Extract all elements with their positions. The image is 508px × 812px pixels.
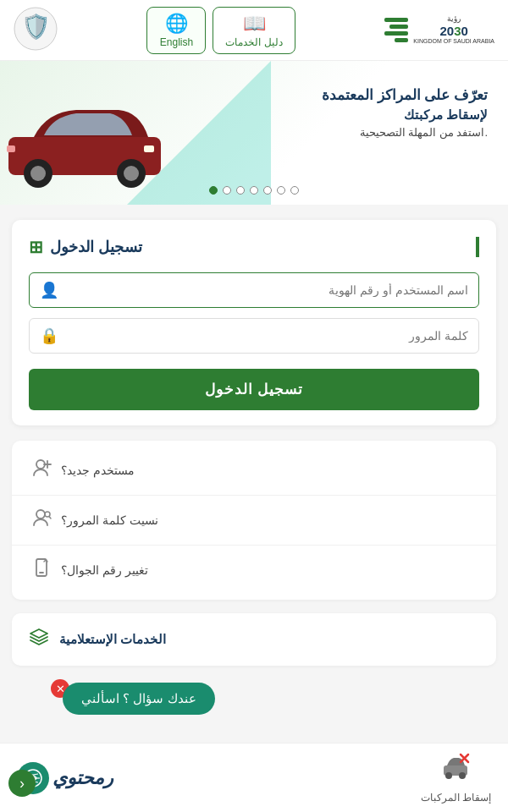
banner-car <box>0 95 169 188</box>
svg-rect-7 <box>144 145 154 152</box>
services-button[interactable]: 📖 دليل الخدمات <box>213 7 295 54</box>
login-title: تسجيل الدخول ⊞ <box>29 237 479 257</box>
saudi-emblem: 🛡️ <box>14 7 58 54</box>
svg-rect-14 <box>36 559 47 576</box>
svg-rect-8 <box>7 145 15 152</box>
chat-area: ✕ عندك سؤال ؟ اسألني <box>12 674 496 733</box>
svg-point-17 <box>445 772 452 779</box>
english-button[interactable]: 🌐 English <box>146 7 206 54</box>
vision-prefix: رؤية <box>447 14 461 24</box>
info-title: الخدمات الإستعلامية <box>59 632 166 647</box>
chat-label: عندك سؤال ؟ اسألني <box>81 691 196 706</box>
new-user-icon <box>30 457 52 484</box>
vision-logo: رؤية 2030 KINGDOM OF SAUDI ARABIA <box>413 14 494 45</box>
login-section: تسجيل الدخول ⊞ 👤 🔒 تسجيل الدخول <box>12 220 496 425</box>
banner-line1: تعرّف على المراكز المعتمدة <box>322 86 488 104</box>
english-label: English <box>160 36 193 48</box>
forgot-password-label: نسيت كلمة المرور؟ <box>61 513 158 527</box>
services-icon: 📖 <box>243 13 266 35</box>
scrapping-label: إسقاط المركبات <box>421 792 491 804</box>
services-label: دليل الخدمات <box>225 36 282 48</box>
forgot-password-link[interactable]: نسيت كلمة المرور؟ <box>12 496 496 546</box>
banner-line2: لإسقاط مركبتك <box>322 107 488 123</box>
dot-2[interactable] <box>277 186 285 195</box>
header: رؤية 2030 KINGDOM OF SAUDI ARABIA 📖 دليل… <box>0 0 508 61</box>
change-phone-link[interactable]: تغيير رقم الجوال؟ <box>12 546 496 595</box>
vision-sub: KINGDOM OF SAUDI ARABIA <box>413 38 494 45</box>
user-icon: 👤 <box>30 281 69 299</box>
dot-7[interactable] <box>209 186 218 195</box>
change-phone-icon <box>30 557 52 584</box>
vision-year: 2030 <box>439 24 467 38</box>
banner: تعرّف على المراكز المعتمدة لإسقاط مركبتك… <box>0 61 508 205</box>
svg-text:🛡️: 🛡️ <box>21 13 51 41</box>
dot-3[interactable] <box>263 186 272 195</box>
header-buttons: 📖 دليل الخدمات 🌐 English <box>146 7 295 54</box>
layers-icon <box>27 625 51 654</box>
username-field-wrapper: 👤 <box>29 272 479 308</box>
info-section: الخدمات الإستعلامية <box>12 613 496 666</box>
chevron-left-button[interactable]: ‹ <box>8 770 36 797</box>
password-input[interactable] <box>69 319 478 353</box>
login-title-text: تسجيل الدخول <box>50 238 142 256</box>
svg-point-18 <box>459 772 466 779</box>
login-links: مستخدم جديد؟ نسيت كلمة المرور؟ تغيير رقم… <box>12 441 496 600</box>
scrapping-icon <box>440 752 471 788</box>
dot-6[interactable] <box>223 186 231 195</box>
login-title-icon: ⊞ <box>29 237 43 257</box>
banner-text: تعرّف على المراكز المعتمدة لإسقاط مركبتك… <box>322 86 488 139</box>
password-field-wrapper: 🔒 <box>29 318 479 354</box>
svg-point-6 <box>124 166 139 181</box>
bars-icon <box>384 18 408 42</box>
svg-point-12 <box>36 510 45 518</box>
dot-5[interactable] <box>236 186 245 195</box>
watermark-text: رمحتوي <box>52 767 113 789</box>
bottom-bar: ‹ إسقاط المركبات رمحتوي <box>0 743 508 812</box>
login-button[interactable]: تسجيل الدخول <box>29 369 479 410</box>
dot-4[interactable] <box>250 186 258 195</box>
banner-line3: .استفد من المهلة التصحيحية <box>322 126 488 139</box>
username-input[interactable] <box>69 273 478 307</box>
chat-bubble[interactable]: عندك سؤال ؟ اسألني <box>63 683 215 715</box>
dot-1[interactable] <box>290 186 299 195</box>
bottom-item-scrapping[interactable]: إسقاط المركبات <box>421 752 491 804</box>
svg-point-4 <box>30 166 46 181</box>
new-user-label: مستخدم جديد؟ <box>61 464 135 477</box>
forgot-password-icon <box>30 507 52 534</box>
change-phone-label: تغيير رقم الجوال؟ <box>61 563 148 577</box>
vision-block: رؤية 2030 KINGDOM OF SAUDI ARABIA <box>384 14 494 45</box>
banner-dots <box>209 186 299 195</box>
new-user-link[interactable]: مستخدم جديد؟ <box>12 446 496 496</box>
lock-icon: 🔒 <box>30 326 69 345</box>
globe-icon: 🌐 <box>165 13 188 35</box>
